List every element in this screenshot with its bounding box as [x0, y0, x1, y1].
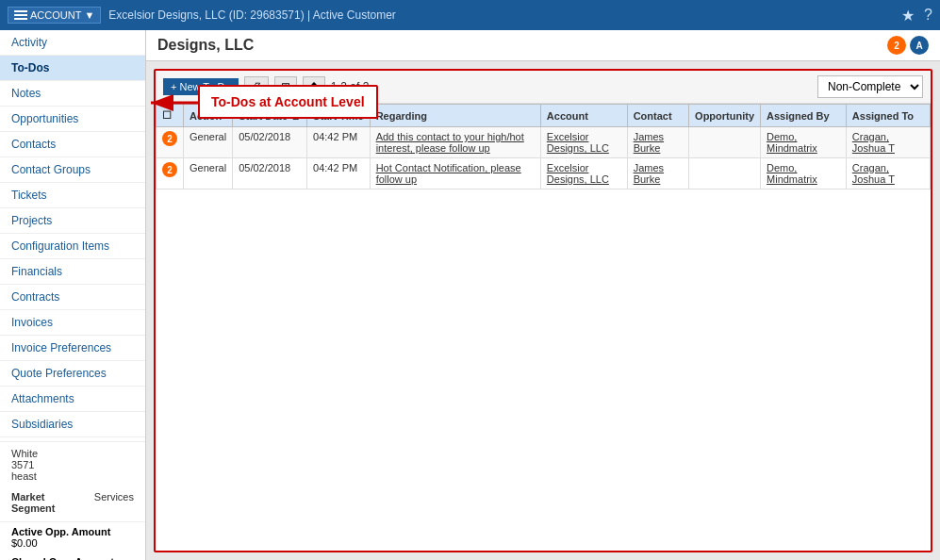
cell-priority: 2	[157, 158, 184, 189]
menu-label: ACCOUNT	[30, 9, 81, 21]
sidebar-item-projects[interactable]: Projects	[0, 208, 145, 234]
market-segment-label: Market Segment	[11, 491, 87, 514]
sidebar-label1: White	[11, 448, 134, 459]
sidebar-label3: heast	[11, 470, 134, 482]
market-segment-value: Services	[94, 491, 134, 502]
sidebar-item-financials[interactable]: Financials	[0, 259, 145, 285]
cell-start-time: 04:42 PM	[307, 158, 371, 189]
sidebar-item-todos[interactable]: To-Dos	[0, 56, 145, 81]
sidebar-item-attachments[interactable]: Attachments	[0, 387, 145, 412]
sidebar-item-activity[interactable]: Activity	[0, 30, 145, 56]
cell-start-time: 04:42 PM	[307, 127, 371, 158]
cell-assigned-to: Cragan, Joshua T	[846, 158, 930, 189]
sidebar-item-tickets[interactable]: Tickets	[0, 183, 145, 208]
sidebar-item-invoice-prefs[interactable]: Invoice Preferences	[0, 336, 145, 361]
cell-action: General	[184, 158, 233, 189]
col-assigned-to[interactable]: Assigned To	[846, 105, 930, 127]
cell-regarding: Add this contact to your high/hot intere…	[370, 127, 540, 158]
active-opp-value: $0.00	[11, 537, 134, 549]
action-icon: A	[910, 36, 929, 55]
sidebar-item-config-items[interactable]: Configuration Items	[0, 234, 145, 259]
account-info: Excelsior Designs, LLC (ID: 29683571) | …	[108, 8, 894, 22]
cell-opportunity	[689, 158, 761, 189]
record-count: 1-2 of 2	[331, 80, 812, 93]
cell-assigned-by: Demo, Mindmatrix	[761, 158, 847, 189]
cell-regarding: Hot Contact Notification, please follow …	[370, 158, 540, 189]
table-row[interactable]: 2 General 05/02/2018 04:42 PM Hot Contac…	[157, 158, 931, 189]
col-assigned-by[interactable]: Assigned By	[761, 105, 847, 127]
todo-panel: + New To-Do 🖨 ⊞ ⬆ 1-2 of 2 Non-Complete …	[154, 69, 932, 552]
help-icon[interactable]: ?	[924, 7, 932, 25]
tooltip-box: To-Dos at Account Level	[198, 85, 378, 119]
active-opp-label: Active Opp. Amount	[11, 526, 134, 537]
sidebar-item-contacts[interactable]: Contacts	[0, 132, 145, 157]
sidebar-item-contact-groups[interactable]: Contact Groups	[0, 157, 145, 183]
sidebar-item-opportunities[interactable]: Opportunities	[0, 107, 145, 132]
hamburger-icon	[14, 10, 27, 20]
sidebar-label2: 3571	[11, 459, 134, 470]
menu-button[interactable]: ACCOUNT ▼	[8, 7, 101, 24]
sidebar: Activity To-Dos Notes Opportunities Cont…	[0, 30, 146, 560]
closed-opp-label: Closed Opp. Amount	[11, 556, 134, 560]
account-name: Designs, LLC	[157, 37, 254, 54]
header-action-icons: ★ ?	[901, 7, 932, 25]
market-segment-row: Market Segment Services	[11, 491, 134, 514]
cell-priority: 2	[157, 127, 184, 158]
sidebar-item-invoices[interactable]: Invoices	[0, 310, 145, 336]
col-account[interactable]: Account	[540, 105, 627, 127]
cell-start-date: 05/02/2018	[233, 127, 307, 158]
cell-assigned-by: Demo, Mindmatrix	[761, 127, 847, 158]
account-header: Designs, LLC 2 A	[146, 30, 940, 61]
col-regarding[interactable]: Regarding	[370, 105, 540, 127]
sidebar-item-notes[interactable]: Notes	[0, 81, 145, 107]
cell-opportunity	[689, 127, 761, 158]
col-checkbox: ☐	[157, 105, 184, 127]
app-header: ACCOUNT ▼ Excelsior Designs, LLC (ID: 29…	[0, 0, 940, 30]
filter-select[interactable]: Non-Complete All Complete	[817, 75, 923, 98]
dropdown-icon: ▼	[84, 9, 94, 21]
star-icon[interactable]: ★	[901, 7, 915, 25]
table-row[interactable]: 2 General 05/02/2018 04:42 PM Add this c…	[157, 127, 931, 158]
tooltip-text: To-Dos at Account Level	[211, 94, 365, 109]
col-opportunity[interactable]: Opportunity	[689, 105, 761, 127]
cell-contact: James Burke	[627, 158, 688, 189]
sidebar-item-contracts[interactable]: Contracts	[0, 285, 145, 310]
cell-contact: James Burke	[627, 127, 688, 158]
cell-account: Excelsior Designs, LLC	[540, 127, 627, 158]
cell-account: Excelsior Designs, LLC	[540, 158, 627, 189]
sidebar-item-subsidiaries[interactable]: Subsidiaries	[0, 412, 145, 437]
cell-start-date: 05/02/2018	[233, 158, 307, 189]
priority-icon: 2	[887, 36, 906, 55]
cell-action: General	[184, 127, 233, 158]
col-contact[interactable]: Contact	[627, 105, 688, 127]
cell-assigned-to: Cragan, Joshua T	[846, 127, 930, 158]
sidebar-item-quote-prefs[interactable]: Quote Preferences	[0, 361, 145, 387]
todo-table-container: ☐ Action Start Date ▲ Start Time Regardi…	[156, 104, 931, 551]
